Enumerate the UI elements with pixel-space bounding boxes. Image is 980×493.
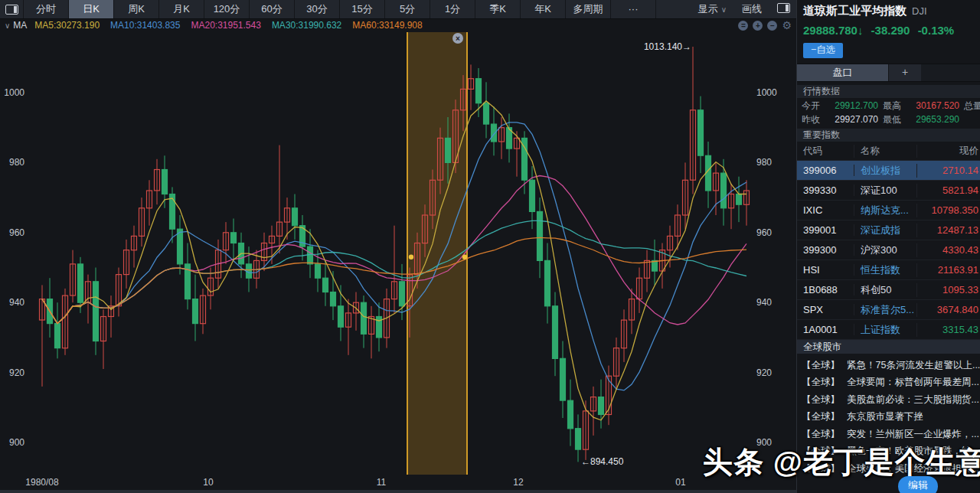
index-row-SPX[interactable]: SPX标准普尔5...3674.840	[797, 300, 980, 320]
news-item-4[interactable]: 【全球】突发！兰州新区一企业爆炸，...	[797, 426, 980, 443]
index-name: 标准普尔5...	[854, 303, 917, 317]
toolbar-tab-1[interactable]: 日K	[69, 0, 114, 18]
index-price: 3315.43	[917, 324, 980, 335]
news-text: 美股盘前必读：三大股指期货...	[847, 393, 979, 406]
y-tick-right: 980	[756, 157, 772, 168]
zoom-in-icon[interactable]: +	[753, 21, 763, 31]
toolbar-right: 显示 ∨ 画线	[698, 0, 796, 18]
x-tick: 11	[377, 477, 386, 488]
collapse-chevron-icon[interactable]: ∨	[5, 21, 10, 30]
edit-button[interactable]: 编辑	[898, 476, 938, 493]
index-code: 1A0001	[797, 324, 854, 335]
y-tick-right: 940	[756, 297, 772, 308]
news-item-0[interactable]: 【全球】紧急！75条河流发生超警以上...	[797, 357, 980, 374]
band-dot-left[interactable]	[409, 255, 413, 260]
panel-toggle-icon	[5, 5, 18, 15]
index-code: 399006	[797, 165, 854, 176]
price-change: -38.290	[871, 24, 910, 37]
toolbar-tab-10[interactable]: 季K	[475, 0, 521, 18]
band-close-button[interactable]: ×	[452, 33, 463, 44]
index-code: HSI	[797, 264, 854, 276]
display-menu[interactable]: 显示 ∨	[698, 2, 727, 16]
y-tick-left: 920	[9, 367, 24, 378]
toolbar-tab-12[interactable]: 多周期	[566, 0, 611, 18]
toolbar-tab-9[interactable]: 1分	[430, 0, 475, 18]
y-tick-right: 920	[756, 367, 772, 378]
highlight-band[interactable]	[407, 32, 467, 475]
panel-toggle-right-button[interactable]	[777, 3, 790, 15]
y-tick-right: 900	[756, 437, 772, 448]
index-name: 科创50	[854, 283, 917, 297]
quote-label: 最高	[883, 100, 904, 112]
index-name: 深证成指	[854, 224, 917, 237]
y-tick-left: 980	[9, 157, 24, 168]
zoom-out-icon[interactable]: −	[767, 21, 777, 31]
index-row-399006[interactable]: 399006创业板指2710.14	[797, 161, 980, 181]
low-annotation: ←894.450	[581, 456, 624, 467]
news-item-2[interactable]: 【全球】美股盘前必读：三大股指期货...	[797, 391, 980, 409]
band-dot-right[interactable]	[462, 255, 467, 260]
chart-pane: 分时日K周K月K120分60分30分15分5分1分季K年K多周期··· 显示 ∨…	[0, 0, 796, 493]
index-row-399001[interactable]: 399001深证成指12487.13	[797, 220, 980, 240]
index-table-body: 399006创业板指2710.14399330深证1005821.94IXIC纳…	[797, 161, 980, 340]
panel-toggle-left-button[interactable]	[0, 0, 24, 18]
toolbar-tab-7[interactable]: 15分	[340, 0, 385, 18]
draw-line-button[interactable]: 画线	[742, 2, 762, 16]
quote-value: 29653.290	[904, 114, 959, 125]
ma-value-3: MA30:31990.632	[272, 20, 341, 31]
index-code: 399300	[797, 244, 854, 256]
candlestick-chart[interactable]: ×1013.140→←894.4501000100098098096096094…	[0, 32, 796, 475]
news-item-1[interactable]: 【全球】全球要闻：标普创两年最差周...	[797, 374, 980, 392]
reset-zoom-icon[interactable]: =	[738, 21, 748, 31]
toolbar-tab-2[interactable]: 周K	[114, 0, 159, 18]
index-name: 上证指数	[854, 323, 917, 337]
y-tick-left: 960	[9, 227, 24, 238]
col-header-code: 代码	[797, 145, 854, 158]
news-text: 全球要闻：标普创两年最差周...	[847, 376, 979, 389]
news-item-6[interactable]: 【全球】全球要闻：美国经济衰退担忧...	[797, 460, 980, 478]
y-tick-left: 900	[9, 437, 24, 448]
index-name: 道琼斯工业平均指数	[803, 4, 906, 17]
index-row-HSI[interactable]: HSI恒生指数21163.91	[797, 260, 980, 280]
index-row-399300[interactable]: 399300沪深3004330.43	[797, 240, 980, 260]
x-tick: 01	[675, 477, 685, 488]
chart-controls: =+−⚙	[738, 21, 796, 31]
ma-values: MA5:30273.190MA10:31403.835MA20:31951.54…	[34, 20, 433, 31]
scrollbar-strip[interactable]	[0, 490, 796, 493]
index-symbol: DJI	[912, 5, 927, 17]
toolbar-tab-8[interactable]: 5分	[385, 0, 430, 18]
news-item-5[interactable]: 【全球】黑色一夜！欧美股市暴跌，纳...	[797, 443, 980, 461]
remove-watchlist-button[interactable]: −自选	[803, 43, 843, 58]
toolbar-tab-13[interactable]: ···	[611, 0, 656, 18]
ma-label: MA	[13, 20, 27, 31]
toolbar-tab-3[interactable]: 月K	[159, 0, 204, 18]
y-tick-left: 1000	[4, 87, 24, 98]
index-name: 沪深300	[854, 243, 917, 257]
news-item-3[interactable]: 【全球】东京股市显著下挫	[797, 409, 980, 426]
quote-label: 昨收	[802, 113, 823, 126]
quote-value: 29912.700	[823, 100, 878, 111]
index-name: 恒生指数	[854, 263, 917, 277]
index-name: 深证100	[854, 184, 917, 198]
index-row-1B0688[interactable]: 1B0688科创501095.33	[797, 280, 980, 300]
index-row-399330[interactable]: 399330深证1005821.94	[797, 181, 980, 201]
news-prefix: 【全球】	[802, 359, 840, 372]
index-row-1A0001[interactable]: 1A0001上证指数3315.43	[797, 320, 980, 340]
index-name: 创业板指	[854, 164, 917, 178]
quote-panel: 道琼斯工业平均指数DJI 29888.780↓ -38.290 -0.13% −…	[796, 0, 980, 493]
tab-pankou[interactable]: 盘口	[797, 64, 888, 81]
toolbar-tab-6[interactable]: 30分	[295, 0, 340, 18]
settings-icon[interactable]: ⚙	[782, 21, 792, 31]
news-prefix: 【全球】	[802, 462, 840, 475]
last-price: 29888.780↓	[803, 24, 863, 37]
index-code: 399001	[797, 224, 854, 236]
high-annotation: 1013.140→	[644, 41, 691, 52]
toolbar-tab-11[interactable]: 年K	[521, 0, 566, 18]
toolbar-tab-4[interactable]: 120分	[204, 0, 250, 18]
index-row-IXIC[interactable]: IXIC纳斯达克...10798.350	[797, 201, 980, 220]
toolbar-tab-0[interactable]: 分时	[24, 0, 69, 18]
add-tab-button[interactable]: +	[888, 64, 921, 81]
toolbar-tab-5[interactable]: 60分	[250, 0, 295, 18]
price-line: 29888.780↓ -38.290 -0.13%	[803, 24, 974, 37]
index-code: IXIC	[797, 204, 854, 216]
